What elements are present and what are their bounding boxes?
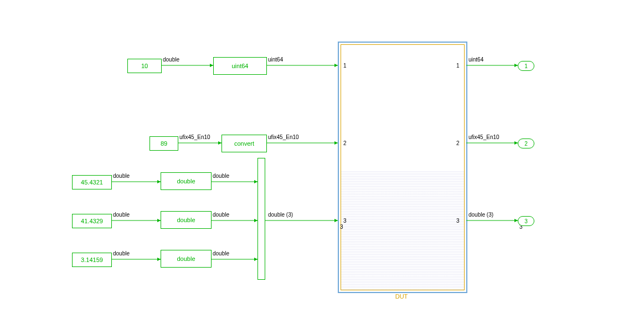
sig-4-post: double — [213, 212, 229, 218]
outport-2[interactable]: 2 — [518, 139, 534, 148]
constant-3[interactable]: 45.4321 — [72, 175, 112, 189]
outport-3[interactable]: 3 — [518, 216, 534, 226]
convert-3[interactable]: double — [161, 172, 212, 190]
constant-1[interactable]: 10 — [127, 59, 162, 73]
dut-label: DUT — [338, 293, 465, 300]
sig-out2: ufix45_En10 — [468, 134, 499, 140]
convert-4[interactable]: double — [161, 211, 212, 229]
sig-1-pre: double — [163, 57, 179, 63]
convert-1[interactable]: uint64 — [213, 57, 267, 75]
dut-outport-3: 3 — [456, 218, 460, 224]
sig-5-pre: double — [113, 250, 130, 257]
sig-2-post: ufix45_En10 — [268, 134, 299, 140]
sig-mux-num: 3 — [340, 224, 343, 230]
sig-1-post: uint64 — [268, 57, 283, 63]
convert-5[interactable]: double — [161, 250, 212, 268]
sig-out3: double (3) — [468, 212, 493, 218]
sig-4-pre: double — [113, 212, 130, 218]
sig-3-pre: double — [113, 173, 130, 179]
dut-inport-1: 1 — [343, 63, 347, 69]
dut-inport-2: 2 — [343, 140, 347, 146]
dut-outport-2: 2 — [456, 140, 460, 146]
sig-mux-out: double (3) — [268, 212, 293, 218]
dut-outport-1: 1 — [456, 63, 460, 69]
signal-wires — [0, 0, 644, 318]
convert-2[interactable]: convert — [221, 135, 267, 152]
dut-block[interactable] — [338, 42, 467, 293]
sig-3-post: double — [213, 173, 229, 179]
sig-2-pre: ufix45_En10 — [179, 134, 210, 140]
constant-4[interactable]: 41.4329 — [72, 214, 112, 228]
constant-5[interactable]: 3.14159 — [72, 253, 112, 267]
outport-1[interactable]: 1 — [518, 61, 534, 71]
constant-2[interactable]: 89 — [150, 136, 178, 151]
sig-5-post: double — [213, 250, 229, 257]
diagram-canvas: DUT 1 2 3 1 2 3 10 double uint64 uint64 … — [0, 0, 644, 318]
sig-out1: uint64 — [468, 57, 483, 63]
mux-block[interactable] — [257, 158, 265, 280]
dut-inport-3: 3 — [343, 218, 347, 224]
